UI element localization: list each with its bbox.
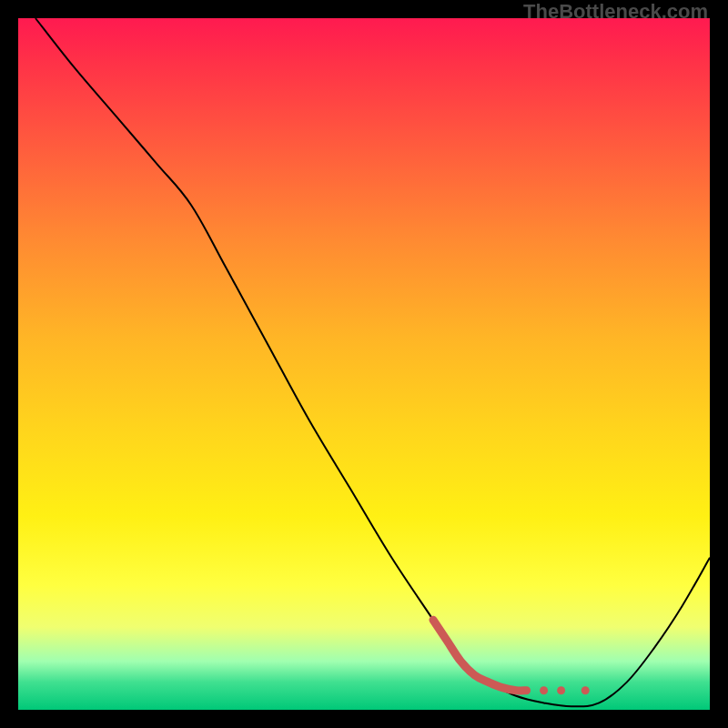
frame-border-bottom: [0, 710, 728, 728]
watermark: TheBottleneck.com: [523, 0, 708, 24]
red-dot-2: [557, 686, 565, 694]
frame-border-left: [0, 0, 18, 728]
chart-frame: TheBottleneck.com: [0, 0, 728, 728]
chart-svg: [18, 18, 710, 710]
red-segment: [433, 620, 527, 691]
red-dot-3: [581, 686, 590, 694]
red-dots: [540, 686, 590, 694]
plot-area: [18, 18, 710, 710]
red-dot-1: [540, 686, 548, 694]
frame-border-right: [710, 0, 728, 728]
black-curve: [35, 18, 710, 706]
